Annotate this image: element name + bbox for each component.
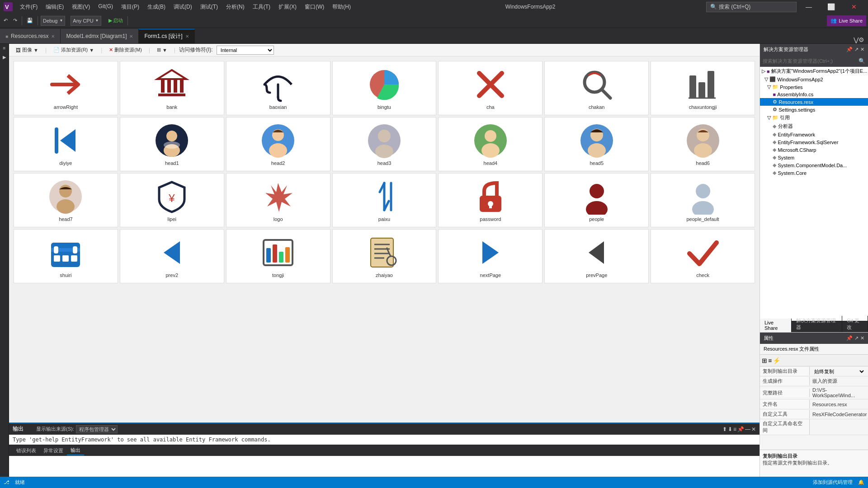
resource-item-arrowRight[interactable]: arrowRight (14, 61, 118, 115)
resource-item-head2[interactable]: head2 (226, 117, 330, 171)
tree-solution-root[interactable]: ▷ ■ 解决方案"WindowsFormsApp2"(1个项目E... (760, 67, 868, 75)
resource-item-password[interactable]: password (438, 173, 542, 227)
output-settings-icon[interactable]: ≡ (733, 426, 736, 432)
tree-ms-csharp[interactable]: ◆ Microsoft.CSharp (760, 146, 868, 154)
source-control-label[interactable]: 添加到源代码管理 (813, 479, 853, 486)
resource-item-head4[interactable]: head4 (438, 117, 542, 171)
output-clear-icon[interactable]: ⬆ (722, 426, 727, 432)
start-button[interactable]: ▶ 启动 (107, 15, 125, 26)
menu-git[interactable]: Git(G) (94, 2, 117, 12)
output-source-dropdown[interactable]: 程序包管理器 (76, 425, 118, 433)
remove-resource-btn[interactable]: ✕ 删除资源(M) (106, 45, 145, 55)
close-button[interactable]: ✕ (844, 0, 864, 14)
minimize-button[interactable]: — (798, 0, 819, 14)
menu-debug[interactable]: 调试(D) (170, 2, 196, 12)
menu-tools[interactable]: 工具(T) (249, 2, 274, 12)
save-all-button[interactable]: 💾 (25, 15, 35, 26)
expand-icon[interactable]: ↗ (854, 335, 859, 341)
close-output-icon[interactable]: ✕ (751, 426, 756, 432)
menu-help[interactable]: 帮助(H) (329, 2, 354, 12)
menu-file[interactable]: 文件(F) (16, 2, 41, 12)
resource-item-tongji[interactable]: tongji (226, 229, 330, 283)
resource-item-head1[interactable]: head1 (120, 117, 224, 171)
undo-button[interactable]: ↶ (2, 15, 9, 26)
tree-ef[interactable]: ◆ EntityFramework (760, 131, 868, 138)
output-pin-icon[interactable]: 📌 (737, 426, 744, 432)
props-list-icon[interactable]: ≡ (768, 357, 772, 364)
resource-item-cha[interactable]: cha (438, 61, 542, 115)
pin-icon[interactable]: 📌 (846, 47, 853, 52)
resource-item-head7[interactable]: head7 (14, 173, 118, 227)
tab-close-icon[interactable]: ✕ (51, 34, 55, 39)
tree-analyzer[interactable]: ◆ 分析器 (760, 122, 868, 131)
menu-analyze[interactable]: 分析(N) (222, 2, 248, 12)
resource-item-diyiye[interactable]: diyiye (14, 117, 118, 171)
menu-project[interactable]: 项目(P) (118, 2, 143, 12)
tab-model[interactable]: Model1.edmx [Diagram1] ✕ (61, 29, 139, 43)
tab-pin-icon[interactable]: ⚙ (859, 36, 864, 43)
tab-form1[interactable]: Form1.cs [设计] ✕ (139, 29, 194, 43)
menu-view[interactable]: 视图(V) (68, 2, 94, 12)
add-resource-btn[interactable]: 📄 添加资源(R) ▼ (50, 45, 97, 55)
tab-live-share[interactable]: Live Share (760, 319, 792, 332)
image-filter-btn[interactable]: 🖼 图像 ▼ (13, 45, 42, 55)
restore-button[interactable]: ⬜ (821, 0, 842, 14)
resource-item-head3[interactable]: head3 (332, 117, 437, 171)
tree-assemblyinfo[interactable]: ■ AssemblyInfo.cs (760, 91, 868, 98)
tree-system-core[interactable]: ◆ System.Core (760, 169, 868, 177)
output-wrap-icon[interactable]: ⬇ (728, 426, 732, 432)
redo-button[interactable]: ↷ (11, 15, 19, 26)
menu-extensions[interactable]: 扩展(X) (275, 2, 300, 12)
menu-edit[interactable]: 编辑(E) (42, 2, 67, 12)
tree-references-folder[interactable]: ▽ 📁 引用 (760, 113, 868, 122)
close-icon[interactable]: ✕ (860, 335, 864, 341)
resource-item-shuiri[interactable]: shuiri (14, 229, 118, 283)
resource-item-lipei[interactable]: ¥ lipei (120, 173, 224, 227)
tree-properties-folder[interactable]: ▽ 📁 Properties (760, 83, 868, 91)
tree-system[interactable]: ◆ System (760, 154, 868, 161)
resource-item-head6[interactable]: head6 (651, 117, 755, 171)
sidebar-icon-1[interactable]: ≡ (1, 46, 8, 53)
resource-item-next[interactable]: nextPage (438, 229, 542, 283)
resource-item-bingtu[interactable]: bingtu (332, 61, 437, 115)
menu-window[interactable]: 窗口(W) (301, 2, 328, 12)
tree-ef-sql[interactable]: ◆ EntityFramework.SqlServer (760, 138, 868, 146)
props-grid-icon[interactable]: ⊞ (762, 357, 767, 364)
resource-item-people-default[interactable]: people_default (651, 173, 755, 227)
tree-system-component[interactable]: ◆ System.ComponentModel.Da... (760, 161, 868, 169)
resource-item-baoxian[interactable]: baoxian (226, 61, 330, 115)
cpu-config-dropdown[interactable]: Any CPU ▼ (71, 16, 101, 26)
close-panel-icon[interactable]: ✕ (860, 47, 864, 52)
solution-search-input[interactable] (763, 58, 857, 64)
sidebar-icon-2[interactable]: ▶ (1, 55, 8, 62)
tab-solution-explorer[interactable]: 解决方案资源管理器 (792, 316, 842, 332)
tree-resources[interactable]: ⚙ Resources.resx (760, 98, 868, 106)
resource-item-zhaiyao[interactable]: zhaiyao (332, 229, 437, 283)
resource-item-check[interactable]: check (651, 229, 755, 283)
prop-value[interactable]: 始终复制 (810, 367, 868, 375)
view-mode-btn[interactable]: ⊞ ▼ (154, 46, 170, 54)
minimize-output-icon[interactable]: — (745, 426, 750, 432)
tab-resources[interactable]: ■ Resources.resx ✕ (0, 29, 61, 43)
global-search-box[interactable]: 🔍 搜索 (Ctrl+Q) (706, 2, 797, 12)
tab-output[interactable]: 输出 (67, 446, 84, 455)
tab-close-icon[interactable]: ✕ (185, 34, 189, 39)
tab-git-changes[interactable]: Git 更改 (842, 316, 868, 332)
debug-config-dropdown[interactable]: Debug ▼ (41, 16, 65, 26)
pin-icon[interactable]: 📌 (846, 335, 853, 341)
tab-exception[interactable]: 异常设置 (40, 446, 67, 455)
live-share-button[interactable]: 👥 Live Share (827, 15, 866, 26)
menu-build[interactable]: 生成(B) (144, 2, 169, 12)
expand-icon[interactable]: ↗ (854, 47, 859, 52)
resource-item-bank[interactable]: bank (120, 61, 224, 115)
resource-item-paixu[interactable]: paixu (332, 173, 437, 227)
resource-item-chakan[interactable]: chakan (544, 61, 649, 115)
access-dropdown[interactable]: Internal Public No code generation (217, 46, 274, 55)
resource-item-people[interactable]: people (544, 173, 649, 227)
tree-project[interactable]: ▽ ⬛ WindowsFormsApp2 (760, 75, 868, 83)
resource-item-head5[interactable]: head5 (544, 117, 649, 171)
resource-item-prev2[interactable]: prev2 (120, 229, 224, 283)
tab-close-icon[interactable]: ✕ (129, 34, 133, 39)
props-sort-icon[interactable]: ⚡ (773, 357, 780, 364)
tree-settings[interactable]: ⚙ Settings.settings (760, 106, 868, 113)
